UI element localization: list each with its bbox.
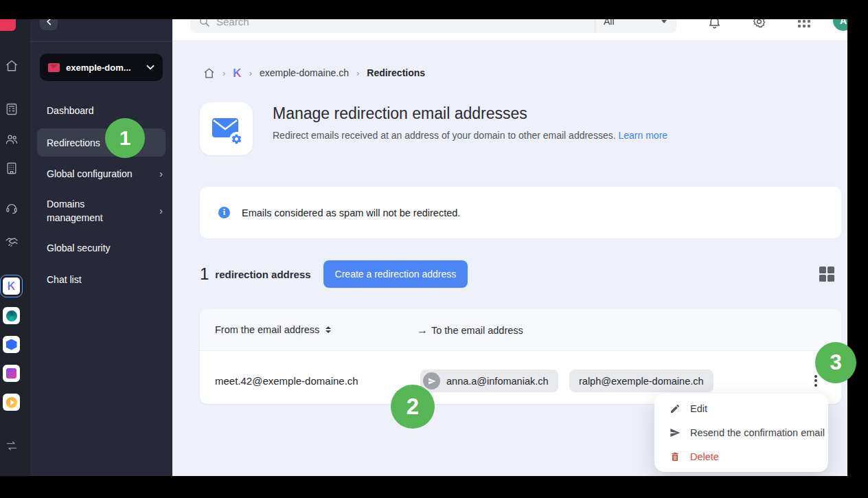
list-toolbar: 1 redirection address Create a redirecti…: [200, 260, 468, 288]
bottom-black-bar: [0, 476, 868, 498]
breadcrumb-current: Redirections: [367, 67, 425, 78]
step-marker-3: 3: [815, 342, 856, 383]
table-header: From the email address → To the email ad…: [200, 309, 841, 351]
support-icon[interactable]: [4, 201, 19, 216]
mail-settings-icon: [212, 115, 242, 143]
page-title: Manage redirection email addresses: [273, 104, 527, 123]
page-icon-card: [200, 102, 253, 155]
right-black-bar: [847, 0, 868, 498]
grid-view-toggle-icon[interactable]: [819, 267, 834, 282]
breadcrumb-separator: ›: [356, 68, 359, 78]
users-icon[interactable]: [4, 132, 19, 147]
app-window: K exemple-dom... Dashboard Redirections …: [0, 0, 868, 498]
chevron-right-icon: ›: [159, 205, 163, 216]
menu-item-delete[interactable]: Delete: [654, 444, 828, 468]
domain-selector-label: exemple-dom...: [66, 63, 140, 73]
to-address-chip[interactable]: ralph@exemple-domaine.ch: [569, 370, 713, 392]
send-icon: [670, 427, 681, 438]
main-area: All A › K › exemple-domaine.ch ›: [172, 0, 847, 476]
app-rail: K: [0, 0, 30, 498]
breadcrumb: › K › exemple-domaine.ch › Redirections: [203, 65, 425, 80]
info-banner: i Emails considered as spam will not be …: [200, 187, 841, 238]
column-header-from: From the email address: [215, 324, 331, 335]
kchat-app-icon[interactable]: K: [3, 278, 20, 295]
breadcrumb-separator: ›: [222, 68, 225, 78]
sidebar: exemple-dom... Dashboard Redirections Gl…: [30, 0, 172, 498]
blue-hexagon-app-icon[interactable]: [3, 336, 20, 353]
partner-icon[interactable]: [4, 234, 19, 249]
to-address-chip[interactable]: anna.a@infomaniak.ch: [420, 370, 558, 392]
sidebar-item-global-configuration[interactable]: Global configuration›: [30, 165, 172, 183]
sidebar-item-redirections[interactable]: Redirections: [30, 128, 172, 157]
menu-item-resend[interactable]: Resend the confirmation email: [654, 420, 828, 444]
ksuite-logo-icon[interactable]: K: [233, 67, 241, 79]
sidebar-divider: [30, 41, 172, 42]
billing-icon[interactable]: [4, 102, 19, 117]
info-icon: i: [218, 207, 230, 218]
sidebar-item-dashboard[interactable]: Dashboard: [30, 102, 172, 120]
chevron-down-icon: [146, 65, 155, 70]
redirection-count: 1: [200, 264, 209, 284]
switch-product-icon[interactable]: [4, 438, 19, 453]
page-subtitle: Redirect emails received at an address o…: [273, 130, 667, 141]
trash-icon: [670, 451, 681, 462]
step-marker-2: 2: [391, 385, 435, 429]
learn-more-link[interactable]: Learn more: [618, 130, 667, 141]
from-address: meet.42@exemple-domaine.ch: [215, 375, 358, 387]
teal-app-icon[interactable]: [3, 307, 20, 324]
sidebar-item-domains-management[interactable]: Domains management›: [30, 195, 172, 227]
home-icon[interactable]: [203, 67, 215, 79]
breadcrumb-separator: ›: [249, 68, 252, 78]
chevron-down-icon: [661, 20, 667, 23]
sidebar-item-global-security[interactable]: Global security: [30, 239, 172, 257]
banner-text: Emails considered as spam will not be re…: [242, 207, 460, 218]
create-redirection-button[interactable]: Create a redirection address: [323, 260, 468, 288]
chevron-right-icon: ›: [159, 168, 163, 179]
breadcrumb-domain[interactable]: exemple-domaine.ch: [260, 67, 349, 78]
home-icon[interactable]: [4, 58, 19, 73]
orange-app-icon[interactable]: [3, 394, 20, 411]
column-header-to: → To the email address: [417, 324, 523, 337]
arrow-right-icon: →: [417, 324, 428, 337]
top-black-bar: [0, 0, 868, 19]
sidebar-item-chat-list[interactable]: Chat list: [30, 271, 172, 288]
organization-icon[interactable]: [4, 161, 19, 176]
step-marker-1: 1: [105, 118, 145, 158]
purple-app-icon[interactable]: [3, 365, 20, 382]
row-context-menu: Edit Resend the confirmation email Delet…: [654, 394, 828, 472]
mail-product-icon: [48, 63, 60, 72]
menu-item-edit[interactable]: Edit: [654, 396, 828, 420]
send-icon: [423, 372, 440, 389]
pencil-icon: [670, 403, 681, 414]
redirections-table: From the email address → To the email ad…: [200, 309, 841, 404]
redirection-count-label: redirection address: [215, 269, 310, 280]
domain-selector[interactable]: exemple-dom...: [40, 54, 163, 81]
sort-icon[interactable]: [326, 326, 331, 333]
